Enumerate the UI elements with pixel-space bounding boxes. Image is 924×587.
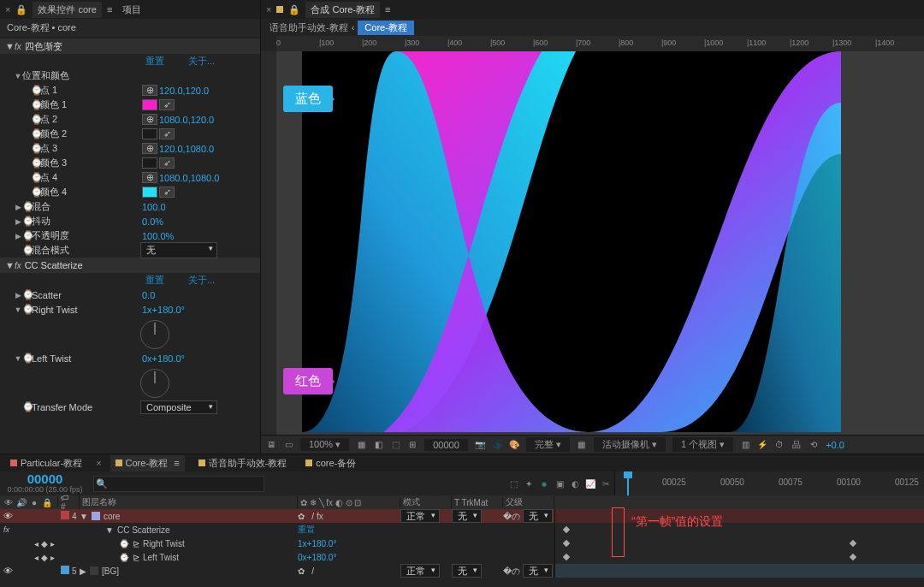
guides-icon[interactable]: ⊞ — [407, 440, 418, 450]
time-ruler[interactable]: 0002500050000750010000125 — [614, 471, 924, 495]
point2-value[interactable]: 1080.0,120.0 — [159, 115, 214, 125]
keyframe-icon[interactable] — [563, 554, 570, 560]
timeline-icon[interactable]: ⏱ — [774, 440, 785, 450]
right-twist-value[interactable]: 1x+180.0° — [142, 305, 185, 315]
timeline-tab[interactable]: core-备份 — [300, 455, 361, 471]
property-row[interactable]: ◂ ◆ ▸ ⌚ ⊵ Right Twist 1x+180.0° — [0, 537, 924, 550]
scatter-value[interactable]: 0.0 — [142, 290, 155, 300]
keyframe-icon[interactable] — [850, 554, 856, 560]
trkmat-dropdown[interactable]: 无 — [452, 564, 482, 578]
eyedropper-icon[interactable]: ➶ — [159, 99, 175, 110]
color4-swatch[interactable] — [142, 187, 157, 198]
effect-header-4color[interactable]: ▼fx 四色渐变 — [0, 39, 260, 54]
layer-row[interactable]: 👁 4 ▼core ✿ / fx 正常 无 �の 无 — [0, 509, 924, 523]
about-link[interactable]: 关于... — [188, 274, 215, 287]
about-link[interactable]: 关于... — [188, 55, 215, 68]
frame-blend-icon[interactable]: ▣ — [554, 478, 565, 489]
label-header-icon[interactable]: 🏷 — [61, 493, 69, 502]
eyedropper-icon[interactable]: ➶ — [159, 157, 175, 169]
eye-icon[interactable]: 👁 — [3, 566, 13, 576]
alpha-icon[interactable]: ▭ — [283, 440, 293, 450]
solo-header-icon[interactable]: ● — [29, 497, 39, 507]
mode-dropdown[interactable]: 正常 — [400, 509, 440, 523]
comp-mini-icon[interactable]: ⬚ — [508, 478, 518, 489]
snap-icon[interactable]: ✂ — [601, 478, 611, 489]
draft3d-icon[interactable]: ✦ — [524, 478, 534, 489]
frame-display[interactable]: 00000 — [424, 439, 468, 451]
breadcrumb-item[interactable]: 语音助手动效-教程 — [270, 21, 348, 34]
prop-blend[interactable]: 混合 — [32, 200, 50, 213]
color3-swatch[interactable] — [142, 157, 157, 169]
ruler-vertical[interactable] — [261, 51, 276, 435]
transfer-mode-dropdown[interactable]: Composite — [140, 400, 217, 414]
tab-effect-controls[interactable]: 效果控件 core — [33, 2, 101, 18]
left-twist-value[interactable]: 0x+180.0° — [142, 353, 185, 364]
mask-icon[interactable]: ◧ — [373, 440, 383, 450]
resolution-dropdown[interactable]: 完整 ▾ — [526, 437, 570, 452]
blendmode-dropdown[interactable]: 无 — [140, 242, 217, 258]
snapshot-icon[interactable]: 📷 — [475, 440, 485, 450]
reset-link[interactable]: 重置 — [298, 524, 315, 536]
lock-icon[interactable]: 🔒 — [15, 4, 27, 15]
mode-dropdown[interactable]: 正常 — [400, 564, 440, 578]
audio-header-icon[interactable]: 🔊 — [16, 497, 27, 507]
crosshair-icon[interactable]: ⊕ — [142, 85, 157, 96]
channel-icon[interactable]: 🌑 — [492, 440, 502, 450]
eye-header-icon[interactable]: 👁 — [3, 497, 14, 507]
close-icon[interactable]: × — [96, 458, 101, 468]
3d-icon[interactable]: ▦ — [577, 440, 587, 450]
lock-icon[interactable]: 🔒 — [288, 4, 300, 15]
tab-menu-icon[interactable]: ≡ — [385, 4, 390, 15]
crosshair-icon[interactable]: ⊕ — [142, 114, 157, 125]
eyedropper-icon[interactable]: ➶ — [159, 187, 175, 198]
keyframe-icon[interactable] — [850, 540, 856, 547]
layer-row[interactable]: 👁 5 ▶[BG] ✿ / 正常 无 �の 无 — [0, 564, 924, 578]
canvas-area[interactable]: 蓝色 红色 — [276, 51, 924, 435]
timeline-tab[interactable]: Particular-教程 — [5, 455, 87, 471]
close-icon[interactable]: × — [5, 4, 10, 15]
pixel-aspect-icon[interactable]: ▥ — [740, 440, 750, 450]
eyedropper-icon[interactable]: ➶ — [159, 128, 175, 139]
tab-menu-icon[interactable]: ≡ — [107, 4, 112, 15]
prop-scatter[interactable]: Scatter — [32, 290, 62, 300]
fast-preview-icon[interactable]: ⚡ — [757, 440, 767, 450]
zoom-dropdown[interactable]: 100% ▾ — [300, 438, 349, 451]
breadcrumb-item-active[interactable]: Core-教程 — [358, 21, 414, 35]
grid-icon[interactable]: ▦ — [356, 440, 366, 450]
col-parent[interactable]: 父级 — [503, 496, 554, 508]
prop-jitter[interactable]: 抖动 — [32, 215, 50, 228]
right-twist-dial[interactable] — [140, 320, 169, 349]
search-input[interactable]: 🔍 — [93, 476, 264, 492]
tab-composition[interactable]: 合成 Core-教程 — [305, 2, 380, 18]
reset-link[interactable]: 重置 — [145, 274, 164, 287]
flowchart-icon[interactable]: 品 — [791, 440, 802, 450]
right-twist-value[interactable]: 1x+180.0° — [298, 539, 336, 548]
shy-icon[interactable]: ⎈ — [539, 478, 549, 489]
keyframe-icon[interactable] — [563, 526, 570, 533]
color-mgmt-icon[interactable]: 🎨 — [509, 440, 519, 450]
exposure-value[interactable]: +0.0 — [826, 440, 844, 450]
keyframe-icon[interactable] — [563, 540, 570, 547]
prop-opacity[interactable]: 不透明度 — [32, 229, 69, 242]
property-row[interactable]: ◂ ◆ ▸ ⌚ ⊵ Left Twist 0x+180.0° — [0, 550, 924, 564]
effect-row[interactable]: fx ▼ CC Scatterize 重置 — [0, 523, 924, 537]
reset-expo-icon[interactable]: ⟲ — [808, 440, 819, 450]
jitter-value[interactable]: 0.0% — [142, 216, 163, 227]
col-mode[interactable]: 模式 — [400, 496, 452, 508]
group-position-color[interactable]: 位置和颜色 — [22, 69, 69, 82]
display-icon[interactable]: 🖥 — [266, 440, 276, 450]
tab-project[interactable]: 项目 — [117, 2, 146, 18]
motion-blur-icon[interactable]: ◐ — [570, 478, 580, 489]
point4-value[interactable]: 1080.0,1080.0 — [159, 173, 219, 183]
prop-right-twist[interactable]: Right Twist — [32, 305, 78, 315]
eye-icon[interactable]: 👁 — [3, 511, 13, 521]
opacity-value[interactable]: 100.0% — [142, 231, 174, 241]
color2-swatch[interactable] — [142, 128, 157, 139]
playhead[interactable] — [627, 471, 629, 495]
left-twist-dial[interactable] — [140, 369, 169, 398]
close-icon[interactable]: × — [266, 4, 271, 15]
col-trkmat[interactable]: T TrkMat — [452, 498, 503, 507]
reset-link[interactable]: 重置 — [145, 55, 164, 68]
current-time[interactable]: 00000 0:00:00:00 (25.00 fps) — [0, 473, 90, 494]
point1-value[interactable]: 120.0,120.0 — [159, 86, 209, 96]
